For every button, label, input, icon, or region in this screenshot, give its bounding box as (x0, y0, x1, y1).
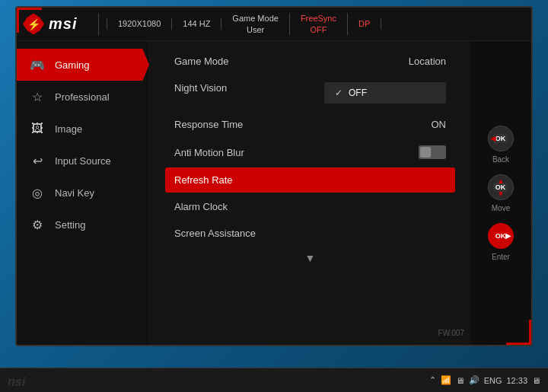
menu-item-game-mode[interactable]: Game Mode Location (165, 49, 455, 74)
professional-icon: ☆ (29, 88, 46, 105)
navi-key-icon: ◎ (29, 184, 46, 201)
enter-label: Enter (492, 253, 510, 261)
monitor-taskbar-icon: 🖥 (456, 376, 464, 385)
menu-item-anti-motion-blur[interactable]: Anti Motion Blur (165, 139, 455, 166)
logo-area: ⚡ msi (23, 14, 99, 35)
image-icon: 🖼 (29, 120, 46, 137)
move-button[interactable]: OK ▲ ▼ (488, 174, 514, 200)
taskbar-system-icons: ⌃ 📶 🖥 🔊 ENG 12:33 🖥 (429, 375, 540, 385)
menu-item-alarm-clock[interactable]: Alarm Clock (165, 194, 455, 219)
dropdown-option-off[interactable]: ✓ OFF (324, 82, 446, 104)
taskbar-msi-text: nsi (8, 375, 25, 389)
arrow-down-icon: ▼ (497, 190, 505, 198)
menu-item-screen-assistance[interactable]: Screen Assistance (165, 221, 455, 246)
menu-item-refresh-rate[interactable]: Refresh Rate (165, 167, 455, 193)
input-source-icon: ↩ (29, 152, 46, 169)
game-mode-display: Game Mode User (221, 13, 290, 35)
anti-motion-blur-toggle[interactable] (419, 145, 446, 159)
enter-control-group: OK ▶ Enter (488, 223, 514, 261)
chevron-up-icon: ⌃ (429, 375, 436, 385)
move-control-group: OK ▲ ▼ Move (488, 174, 514, 212)
top-bar: ⚡ msi 1920X1080 144 HZ Game Mode User Fr… (17, 8, 531, 41)
back-control-group: OK ◀ Back (488, 126, 514, 164)
gaming-icon: 🎮 (29, 56, 46, 73)
arrow-right-icon: ▶ (505, 231, 511, 240)
menu-item-night-vision[interactable]: Night Vision ✓ OFF (165, 75, 455, 110)
sidebar-item-professional[interactable]: ☆ Professional (17, 81, 149, 113)
port-display: DP (348, 18, 381, 29)
back-button[interactable]: OK ◀ (488, 126, 514, 151)
sidebar-item-gaming[interactable]: 🎮 Gaming (17, 49, 149, 81)
scroll-down-arrow[interactable]: ▼ (165, 247, 455, 269)
notification-icon: 🖥 (532, 376, 540, 385)
main-content: 🎮 Gaming ☆ Professional 🖼 Image ↩ Input … (17, 41, 531, 345)
resolution-display: 1920X1080 (107, 18, 172, 29)
taskbar: nsi ⌃ 📶 🖥 🔊 ENG 12:33 🖥 (0, 368, 548, 392)
msi-dragon-icon: ⚡ (23, 14, 44, 35)
night-vision-dropdown: ✓ OFF (324, 82, 446, 104)
sidebar-item-input-source[interactable]: ↩ Input Source (17, 145, 149, 177)
hz-display: 144 HZ (172, 18, 221, 29)
top-info-bar: 1920X1080 144 HZ Game Mode User FreeSync… (99, 13, 525, 35)
volume-icon: 🔊 (469, 375, 480, 385)
sidebar-item-navi-key[interactable]: ◎ Navi Key (17, 177, 149, 209)
move-label: Move (492, 204, 510, 212)
brand-logo: msi (49, 15, 77, 33)
enter-button[interactable]: OK ▶ (488, 223, 514, 249)
monitor-display: ⚡ msi 1920X1080 144 HZ Game Mode User Fr… (15, 6, 533, 346)
sidebar: 🎮 Gaming ☆ Professional 🖼 Image ↩ Input … (17, 41, 150, 345)
sidebar-item-setting[interactable]: ⚙ Setting (17, 209, 149, 241)
menu-panel: Game Mode Location Night Vision ✓ OFF Re… (150, 41, 470, 345)
menu-item-response-time[interactable]: Response Time ON (165, 112, 455, 137)
arrow-up-icon: ▲ (497, 177, 505, 185)
setting-icon: ⚙ (29, 216, 46, 233)
freesync-display: FreeSync OFF (290, 13, 348, 35)
clock-display: 12:33 (506, 376, 527, 385)
sidebar-item-image[interactable]: 🖼 Image (17, 113, 149, 145)
language-label: ENG (484, 376, 502, 385)
firmware-label: FW.007 (438, 329, 464, 337)
checkmark-icon: ✓ (335, 88, 342, 98)
wifi-icon: 📶 (441, 375, 451, 385)
back-label: Back (492, 155, 509, 164)
right-controls: OK ◀ Back OK ▲ ▼ Move OK ▶ (470, 41, 531, 345)
arrow-left-icon: ◀ (490, 134, 496, 142)
